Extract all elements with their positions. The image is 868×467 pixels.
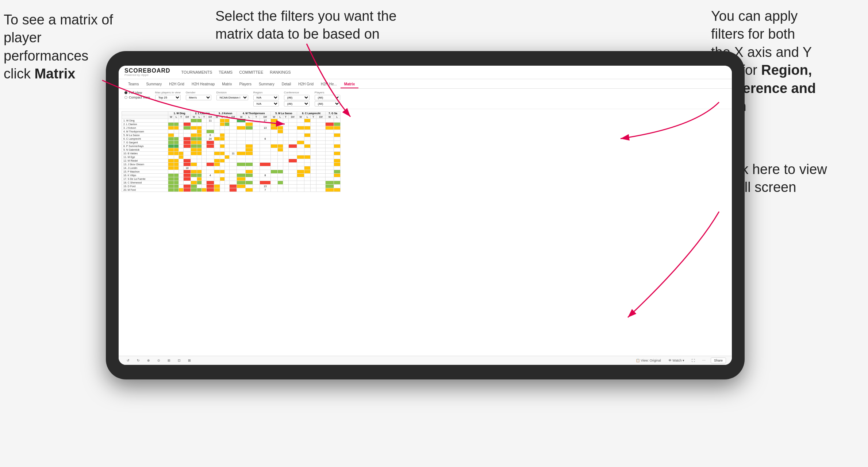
ann-rt-2: filters for both: [711, 26, 795, 42]
share-icon-btn[interactable]: ⋯: [700, 358, 708, 363]
tab-players[interactable]: Players: [236, 81, 255, 88]
tab-h2h-grid[interactable]: H2H Grid: [165, 81, 188, 88]
nav-teams[interactable]: TEAMS: [219, 70, 233, 74]
matrix-cell: [304, 119, 310, 123]
tool3[interactable]: ⊞: [165, 358, 173, 363]
matrix-cell: [334, 130, 340, 134]
region-select-1[interactable]: N/A: [253, 95, 279, 100]
watch-btn[interactable]: 👁 Watch ▾: [666, 358, 687, 363]
sh-w7: W: [326, 115, 334, 119]
undo-btn[interactable]: ↺: [124, 358, 132, 363]
matrix-cell: [297, 123, 304, 126]
max-players-select[interactable]: Top 25: [155, 95, 181, 100]
matrix-cell: [179, 137, 184, 141]
matrix-cell: [230, 137, 237, 141]
tab-matrix-players[interactable]: Matrix: [218, 81, 235, 88]
screen-btn[interactable]: ⛶: [690, 358, 697, 363]
matrix-cell: [220, 163, 225, 166]
matrix-cell: [270, 170, 277, 174]
compact-view-radio[interactable]: Compact View: [124, 96, 150, 99]
region-select-2[interactable]: N/A: [253, 101, 279, 107]
player-name-cell: 6. C Lamprecht: [122, 137, 168, 141]
matrix-cell: [316, 152, 326, 155]
matrix-cell: [191, 148, 197, 152]
matrix-cell: [246, 166, 253, 170]
matrix-cell: [253, 170, 260, 174]
division-select[interactable]: NCAA Division I: [216, 95, 248, 100]
matrix-cell: [202, 134, 207, 137]
matrix-cell: [191, 134, 197, 137]
annotation-left: To see a matrix of player performances c…: [4, 11, 120, 83]
matrix-cell: [316, 148, 326, 152]
tab-h2h-grid2[interactable]: H2H Grid: [295, 81, 317, 88]
matrix-cell: [174, 119, 179, 123]
ann-center-text: Select the filters you want the matrix d…: [215, 8, 396, 42]
player-name-cell: 1. W Ding: [122, 119, 168, 123]
matrix-cell: [304, 137, 310, 141]
full-view-radio[interactable]: Full View: [124, 91, 150, 94]
matrix-cell: [304, 170, 310, 174]
players-select-1[interactable]: (All): [315, 95, 340, 100]
matrix-cell: [225, 148, 230, 152]
sh-t3: T: [225, 115, 230, 119]
matrix-cell: [288, 170, 297, 174]
tab-h2h-he[interactable]: H2H He...: [317, 81, 341, 88]
sh-d6: Dif: [316, 115, 326, 119]
matrix-cell: [225, 155, 230, 159]
matrix-cell: [207, 123, 214, 126]
matrix-cell: [168, 174, 174, 177]
tab-summary2[interactable]: Summary: [255, 81, 278, 88]
conference-select-2[interactable]: (All): [284, 101, 310, 107]
matrix-cell: [207, 148, 214, 152]
tab-teams[interactable]: Teams: [124, 81, 142, 88]
tab-matrix-active[interactable]: Matrix: [341, 81, 358, 88]
matrix-cell: [225, 119, 230, 123]
matrix-cell: [334, 123, 340, 126]
matrix-area[interactable]: 1. W Ding 2. L Clanton 3. J Koivun 4. M …: [119, 109, 732, 356]
nav-committee[interactable]: COMMITTEE: [239, 70, 263, 74]
matrix-cell: [220, 152, 225, 155]
sh-w6: W: [297, 115, 304, 119]
matrix-cell: [202, 141, 207, 144]
players-select-2[interactable]: (All): [315, 101, 340, 107]
nav-rankings[interactable]: RANKINGS: [270, 70, 291, 74]
view-original-btn[interactable]: 📋 View: Original: [634, 358, 663, 363]
matrix-cell: [277, 163, 283, 166]
matrix-cell: [168, 177, 174, 181]
matrix-cell: [184, 148, 191, 152]
tool5[interactable]: ⊠: [186, 358, 193, 363]
matrix-table: 1. W Ding 2. L Clanton 3. J Koivun 4. M …: [122, 111, 341, 192]
tool4[interactable]: ⊡: [176, 358, 183, 363]
matrix-cell: [283, 134, 288, 137]
sh-l5: L: [277, 115, 283, 119]
matrix-cell: [310, 144, 316, 148]
nav-tournaments[interactable]: TOURNAMENTS: [181, 70, 212, 74]
matrix-cell: [220, 144, 225, 148]
tab-summary[interactable]: Summary: [142, 81, 165, 88]
matrix-cell: [214, 185, 220, 188]
conference-select-1[interactable]: (All): [284, 95, 310, 100]
matrix-cell: [277, 126, 283, 130]
matrix-cell: [179, 134, 184, 137]
matrix-cell: [197, 144, 201, 148]
matrix-cell: [253, 144, 260, 148]
share-button[interactable]: Share: [711, 358, 726, 363]
matrix-cell: [326, 152, 334, 155]
matrix-cell: [288, 119, 297, 123]
tool2[interactable]: ⊙: [155, 358, 162, 363]
matrix-cell: 17: [260, 119, 271, 123]
matrix-cell: [214, 159, 220, 163]
matrix-cell: [334, 163, 340, 166]
gender-select[interactable]: Men's: [186, 95, 211, 100]
matrix-cell: [184, 123, 191, 126]
matrix-cell: [214, 123, 220, 126]
tool1[interactable]: ⊕: [145, 358, 152, 363]
matrix-cell: [297, 177, 304, 181]
redo-btn[interactable]: ↻: [135, 358, 142, 363]
matrix-cell: [283, 181, 288, 185]
tab-h2h-heatmap[interactable]: H2H Heatmap: [188, 81, 218, 88]
matrix-cell: [270, 174, 277, 177]
tab-detail[interactable]: Detail: [278, 81, 295, 88]
matrix-cell: [197, 152, 201, 155]
matrix-cell: [207, 126, 214, 130]
